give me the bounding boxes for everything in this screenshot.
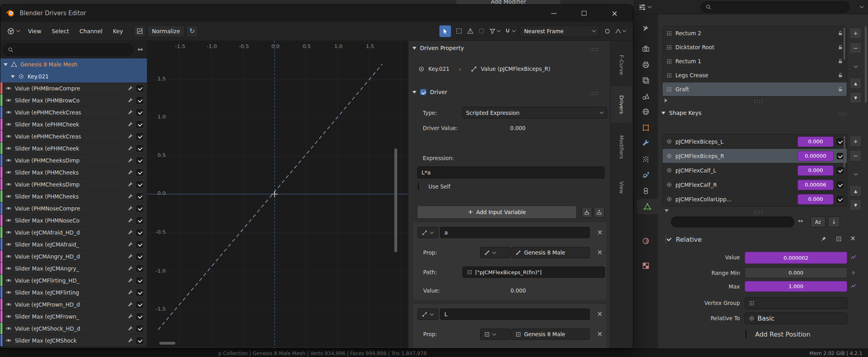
visibility-eye-icon[interactable] [6,205,12,211]
lock-icon[interactable] [838,86,843,92]
list-resize-grip[interactable] [753,210,763,215]
properties-header-chevron-icon[interactable] [860,4,864,8]
relative-to-field[interactable]: Basic [745,313,847,324]
channel-enable-checkbox[interactable] [137,265,143,272]
maximize-button[interactable] [582,11,587,16]
channel-row[interactable]: Value (eJCMFlirting_HD_ [0,275,147,287]
box-select-icon[interactable] [456,28,462,34]
visibility-eye-icon[interactable] [6,229,12,235]
shape-key-add-button[interactable]: + [850,136,862,147]
tab-particles[interactable] [633,152,658,167]
shape-key-filter-input[interactable] [676,219,790,225]
lock-icon[interactable] [838,30,843,36]
visibility-eye-icon[interactable] [6,145,12,151]
falloff-dropdown[interactable] [615,28,626,34]
shape-key-value[interactable]: 0.000 [798,136,834,147]
visibility-eye-icon[interactable] [6,109,12,115]
shape-keys-panel-header[interactable]: Shape Keys [661,110,701,116]
tab-view[interactable]: View [611,173,632,202]
range-min-field[interactable]: 0.000 [745,267,847,278]
vertex-group-row[interactable]: Rectum 1 [663,54,847,68]
expand-channels-icon[interactable]: ↔ [136,46,145,53]
vertex-group-row[interactable]: Rectum 2 [663,26,847,40]
clear-target-button[interactable]: × [597,331,603,337]
variable-type-dropdown[interactable] [418,227,438,238]
channel-enable-checkbox[interactable] [137,313,143,320]
close-x-icon[interactable]: × [850,235,856,242]
channel-enable-checkbox[interactable] [137,157,143,164]
snap-target-dropdown[interactable]: Nearest Frame [520,25,600,37]
target-id-field[interactable]: Genesis 8 Male [511,247,590,258]
range-max-slider[interactable]: 1.000 [745,281,847,292]
channel-enable-checkbox[interactable] [137,181,143,188]
channel-row[interactable]: Slider Max (PHMCheeks [0,191,147,203]
shape-keys-scrollbar[interactable] [844,136,845,168]
channel-row[interactable]: Value (PHMCheeksDimp [0,154,147,166]
visibility-eye-icon[interactable] [6,97,12,103]
animate-decorator-icon[interactable] [851,270,856,275]
shape-key-value-slider[interactable]: 0.000002 [745,252,847,264]
snap-dropdown-button[interactable] [504,28,515,34]
shape-key-mute-checkbox[interactable] [837,138,843,145]
channel-enable-checkbox[interactable] [137,193,143,200]
menu-select[interactable]: Select [47,26,73,37]
shape-key-value[interactable]: 0.00000 [798,151,834,161]
channel-enable-checkbox[interactable] [137,85,143,92]
copy-variables-button[interactable] [581,207,592,218]
channel-enable-checkbox[interactable] [137,289,143,296]
close-button[interactable]: × [611,10,618,17]
lock-icon[interactable] [838,58,843,64]
channel-row[interactable]: Slider Max (PHMNoseCo [0,215,147,227]
visibility-eye-icon[interactable] [6,325,12,331]
vertex-group-row[interactable]: Legs Crease [663,68,847,82]
channel-enable-checkbox[interactable] [137,253,143,260]
overlay-box-icon[interactable] [836,236,842,242]
visibility-eye-icon[interactable] [6,121,12,127]
channel-row[interactable]: Value (ePHMCheekCreas [0,130,147,142]
shape-key-value[interactable]: 0.000 [798,165,834,176]
channel-row[interactable]: Slider Max (ePHMCheek [0,142,147,154]
filter-dropdown[interactable] [489,28,500,34]
vertex-groups-scrollbar[interactable] [844,28,845,60]
shape-key-mute-checkbox[interactable] [837,196,843,203]
channel-enable-checkbox[interactable] [137,109,143,116]
target-id-field[interactable]: Genesis 8 Male [511,329,590,340]
visibility-eye-icon[interactable] [6,289,12,295]
visibility-eye-icon[interactable] [6,169,12,175]
channel-row[interactable]: Slider Max (eJCMAngry_ [0,263,147,275]
menu-channel[interactable]: Channel [75,26,106,37]
properties-search-input[interactable] [714,4,845,10]
channel-row[interactable]: Slider Max (eJCMFrown_ [0,311,147,323]
shape-key-row[interactable]: pJCMFlexBiceps_L 0.000 [663,134,847,149]
tab-scene[interactable] [633,89,658,104]
visibility-eye-icon[interactable] [6,193,12,199]
shape-key-mute-checkbox[interactable] [837,182,843,188]
driver-panel-header[interactable]: Driver [412,89,447,95]
shape-key-value[interactable]: 0.00006 [798,180,834,190]
vertex-group-row[interactable]: Graft [663,82,847,96]
channel-row[interactable]: Slider Max (eJCMFlirting [0,287,147,299]
minimize-button[interactable]: — [551,10,557,16]
shape-key-row[interactable]: pJCMFlexCollarUpp... 0.000 [663,192,847,207]
vertex-group-move-up-button[interactable]: ▲ [850,78,862,89]
shape-key-move-down-button[interactable]: ▼ [850,199,862,211]
lock-icon[interactable] [838,44,843,50]
visibility-eye-icon[interactable] [6,181,12,187]
driven-property-panel-header[interactable]: Driven Property [412,45,464,51]
tab-physics[interactable] [633,167,658,183]
add-input-variable-button[interactable]: + Add Input Variable [417,206,577,219]
id-type-dropdown[interactable] [480,329,510,340]
shape-key-move-up-button[interactable]: ▲ [850,185,862,197]
visibility-eye-icon[interactable] [6,265,12,271]
visibility-eye-icon[interactable] [6,253,12,259]
shape-key-mute-checkbox[interactable] [837,153,843,159]
sort-reverse-button[interactable]: ↓ [828,217,840,227]
vertex-group-specials-button[interactable] [850,61,862,72]
relative-checkbox[interactable] [665,235,666,244]
variable-name-field[interactable]: L [440,309,590,320]
properties-scrollbar[interactable] [865,26,867,102]
vertex-group-row[interactable]: Dicktator Root [663,40,847,54]
tab-constraints[interactable] [633,183,658,199]
remove-variable-button[interactable]: × [597,229,603,236]
vertex-group-remove-button[interactable]: − [850,42,862,54]
